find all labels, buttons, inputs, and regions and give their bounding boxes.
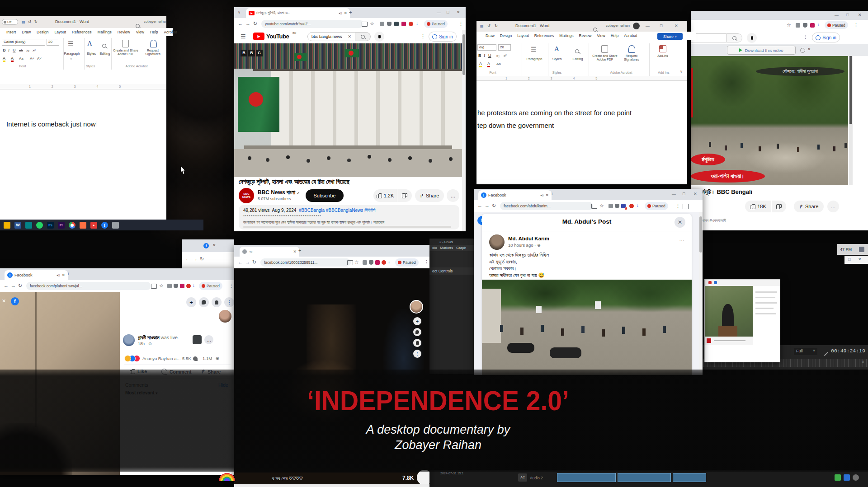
bookmark-star-icon[interactable]: ☆ bbox=[370, 21, 374, 26]
undo-icon[interactable]: ↺ bbox=[28, 20, 31, 24]
italic-button[interactable]: I bbox=[8, 48, 9, 52]
create-share-pdf-button[interactable]: Create and Share Adobe PDF bbox=[112, 49, 139, 56]
subscript-button[interactable]: x₂ bbox=[26, 48, 29, 52]
minimize-icon[interactable]: — bbox=[646, 24, 650, 28]
audio-clip-segment[interactable] bbox=[673, 473, 706, 482]
extension-shield-icon[interactable] bbox=[174, 284, 178, 288]
cast-icon[interactable] bbox=[151, 284, 157, 289]
idm-download-icon[interactable]: ↓ bbox=[388, 259, 390, 264]
subscribe-button[interactable]: Subscribe bbox=[306, 189, 344, 202]
back-icon[interactable]: ← bbox=[238, 21, 243, 26]
word-titlebar[interactable]: ▤ ↺ ↻ Document1 - Word zobayer raihan — … bbox=[476, 21, 687, 32]
profile-avatar[interactable] bbox=[219, 310, 231, 323]
maximize-icon[interactable]: □ bbox=[848, 258, 850, 262]
tab-references[interactable]: References bbox=[534, 33, 554, 38]
dislike-button[interactable] bbox=[397, 189, 412, 202]
share-button[interactable]: ↱Share bbox=[794, 201, 824, 212]
redo-icon[interactable]: ↻ bbox=[34, 20, 38, 24]
shrink-font-button[interactable]: A˅ bbox=[37, 56, 42, 61]
tab-close-icon[interactable]: ✕ bbox=[293, 250, 297, 254]
address-bar[interactable]: facebook.com/abdulkarim... bbox=[500, 202, 593, 210]
new-tab-icon[interactable]: + bbox=[551, 192, 553, 197]
extension-camera-icon[interactable] bbox=[167, 284, 172, 288]
description-box[interactable]: 49,281 views Aug 9, 2024 #BBCBangla #BBC… bbox=[239, 205, 459, 229]
mini-news-video[interactable] bbox=[705, 286, 753, 345]
tab-close-icon[interactable]: ✕ bbox=[545, 193, 549, 197]
post-author-avatar[interactable] bbox=[489, 234, 505, 250]
reload-icon[interactable]: ↻ bbox=[492, 203, 496, 208]
messenger-button[interactable] bbox=[199, 297, 209, 307]
address-bar[interactable]: facebook.com/plaboni.sawjal... bbox=[26, 282, 151, 290]
more-actions-button[interactable]: … bbox=[827, 201, 839, 212]
tab-review[interactable]: Review bbox=[118, 30, 130, 34]
taskbar-app-icon-folder[interactable] bbox=[4, 222, 10, 229]
editing-button[interactable]: Editing bbox=[569, 57, 587, 61]
extension-camera-icon[interactable] bbox=[609, 204, 613, 208]
more-menu-icon[interactable]: ⋮ bbox=[229, 283, 234, 288]
forward-icon[interactable]: → bbox=[245, 260, 250, 265]
reload-icon[interactable]: ↻ bbox=[253, 21, 257, 26]
taskbar-app-icon-photoshop[interactable]: Ps bbox=[47, 222, 54, 229]
dislike-button[interactable] bbox=[772, 201, 786, 212]
bookmark-star-icon[interactable]: ☆ bbox=[787, 23, 791, 28]
bookmark-star-icon[interactable]: ☆ bbox=[159, 283, 164, 288]
taskbar-app-icon-word[interactable]: W bbox=[14, 222, 21, 229]
extension-camera-icon[interactable] bbox=[796, 23, 800, 28]
tab-layout[interactable]: Layout bbox=[55, 30, 66, 34]
bookmark-star-icon[interactable]: ☆ bbox=[599, 203, 604, 208]
signin-button[interactable]: Sign in bbox=[429, 32, 457, 42]
tab-close-icon[interactable]: ✕ bbox=[212, 244, 216, 248]
panel-more-button[interactable]: ⋮ bbox=[224, 297, 234, 307]
cast-icon[interactable] bbox=[591, 204, 597, 209]
reload-icon[interactable]: ↻ bbox=[18, 283, 22, 288]
underline-button[interactable]: U bbox=[488, 53, 491, 58]
facebook-overlay-icon[interactable]: f bbox=[11, 297, 19, 305]
round-action-button[interactable] bbox=[417, 470, 429, 485]
viewer-avatar[interactable] bbox=[410, 300, 423, 314]
video-more-button[interactable]: ⋮ bbox=[413, 350, 421, 358]
extension-shield-icon[interactable] bbox=[369, 260, 373, 265]
search-button[interactable] bbox=[355, 32, 371, 41]
taskbar-tray-icon[interactable] bbox=[853, 474, 859, 481]
bookmark-star-icon[interactable]: ☆ bbox=[354, 260, 359, 265]
idm-settings-icon[interactable] bbox=[800, 48, 805, 53]
back-icon[interactable]: ← bbox=[238, 260, 243, 265]
header-more-icon[interactable]: ⋮ bbox=[803, 34, 808, 39]
minimize-icon[interactable]: — bbox=[835, 14, 839, 18]
font-color-button[interactable]: A bbox=[11, 56, 14, 62]
page-scrollbar[interactable] bbox=[699, 212, 703, 375]
font-color-button[interactable]: A bbox=[487, 61, 490, 67]
tray-notification-icon[interactable] bbox=[859, 247, 864, 252]
grow-font-button[interactable]: A˄ bbox=[30, 56, 34, 61]
subscript-button[interactable]: x₂ bbox=[496, 54, 500, 58]
address-bar[interactable]: youtube.com/watch?v=IZ... bbox=[261, 20, 363, 28]
side-panel-icon[interactable] bbox=[683, 204, 689, 209]
taskbar-app-icon-teams[interactable] bbox=[25, 222, 32, 229]
extension-red-icon[interactable] bbox=[401, 22, 406, 26]
forward-icon[interactable]: → bbox=[11, 283, 16, 288]
hashtags[interactable]: #BBCBangla #BBCBanglaNews #বিবিসি bbox=[299, 208, 375, 213]
account-name[interactable]: zobayer raiha bbox=[144, 19, 166, 23]
browser-tab-facebook[interactable]: f Facebook ◄)) ✕ bbox=[478, 190, 552, 200]
word-titlebar[interactable]: Off ▤ ↺ ↻ Document1 - Word zobayer raiha bbox=[0, 16, 166, 28]
track-a2-badge[interactable]: A2 bbox=[518, 473, 527, 482]
extension-record-icon[interactable] bbox=[186, 284, 191, 288]
address-bar[interactable]: facebook.com/100023258511... bbox=[260, 258, 351, 267]
bold-button[interactable]: B bbox=[3, 48, 6, 52]
extension-record-icon[interactable] bbox=[409, 22, 413, 26]
signin-button[interactable]: Sign in bbox=[812, 33, 840, 42]
idm-download-icon[interactable]: ↓ bbox=[637, 203, 639, 208]
more-menu-icon[interactable]: ⋮ bbox=[424, 260, 429, 265]
browser-tab-youtube[interactable]: ▶ দেশজুড়ে লুটপাট, হামলা এ.. ◄)) ✕ bbox=[246, 8, 350, 18]
timecode-display[interactable]: 00:49:24:19 bbox=[831, 348, 865, 354]
paused-extension-badge[interactable]: Paused bbox=[199, 282, 222, 290]
account-avatar[interactable] bbox=[633, 23, 640, 29]
cast-icon[interactable] bbox=[362, 22, 368, 27]
extension-red-icon[interactable] bbox=[810, 23, 815, 28]
tab-help[interactable]: Help bbox=[611, 33, 618, 38]
extension-record-icon[interactable] bbox=[629, 204, 634, 208]
save-icon[interactable]: ▤ bbox=[22, 20, 25, 24]
extension-shield-icon[interactable] bbox=[387, 22, 392, 26]
change-case-button[interactable]: Aa bbox=[496, 62, 501, 66]
header-more-icon[interactable]: ⋮ bbox=[420, 34, 425, 39]
